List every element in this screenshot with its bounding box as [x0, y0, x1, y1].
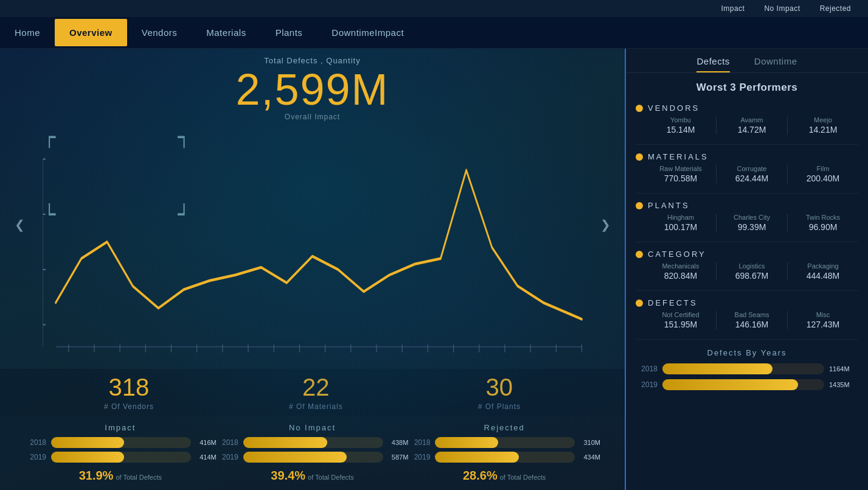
stat-vendors-number: 318: [104, 374, 154, 401]
stat-plants-number: 30: [478, 374, 521, 401]
tab-defects[interactable]: Defects: [696, 56, 729, 72]
no-impact-bar-2019: 2019 587M: [217, 452, 409, 463]
defect-bad-seams: Bad Seams 146.16M: [719, 311, 785, 329]
no-impact-filter-btn[interactable]: No Impact: [757, 2, 807, 15]
material-film: Film 200.40M: [790, 165, 856, 183]
defect-not-certified: Not Certified 151.95M: [648, 311, 713, 329]
nav-home[interactable]: Home: [0, 19, 55, 46]
left-panel: Total Defects , Quantity 2,599M Overall …: [0, 49, 625, 490]
rejected-bar-2018: 2018 310M: [408, 437, 600, 448]
plant-charles-city: Charles City 99.39M: [719, 214, 785, 232]
stat-materials-number: 22: [289, 374, 343, 401]
category-logistics: Logistics 698.67M: [719, 262, 785, 281]
perf-section-vendors: Vendors Yombu 15.14M Avamm 14.72M Meejo …: [626, 100, 868, 141]
tab-downtime[interactable]: Downtime: [754, 56, 797, 72]
category-packaging: Packaging 444.48M: [790, 262, 856, 281]
bars-section: Impact 2018 416M 2019 414M 31.9%: [0, 416, 625, 490]
perf-section-defects: Defects Not Certified 151.95M Bad Seams …: [626, 295, 868, 335]
category-section-title: Category: [648, 250, 706, 259]
defect-misc: Misc 127.43M: [790, 311, 856, 329]
plants-items-row: Hingham 100.17M Charles City 99.39M Twin…: [636, 214, 858, 232]
line-chart-svg: [36, 126, 588, 369]
top-filter-bar: Impact No Impact Rejected: [0, 0, 868, 17]
nav-materials[interactable]: Materials: [192, 19, 260, 46]
main-layout: Total Defects , Quantity 2,599M Overall …: [0, 49, 868, 490]
bar-group-rejected-title: Rejected: [484, 423, 525, 432]
chart-title: Total Defects , Quantity: [264, 56, 360, 65]
chart-next-arrow[interactable]: ❯: [595, 215, 615, 234]
stat-vendors: 318 # Of Vendors: [104, 374, 154, 411]
stats-row: 318 # Of Vendors 22 # Of Materials 30 # …: [0, 369, 625, 416]
right-panel: Defects Downtime Worst 3 Performers Vend…: [625, 49, 868, 490]
vendor-avamm: Avamm 14.72M: [719, 116, 785, 135]
impact-bar-2018: 2018 416M: [24, 437, 217, 448]
rejected-filter-btn[interactable]: Rejected: [813, 2, 858, 15]
material-raw: Raw Materials 770.58M: [648, 165, 713, 183]
plant-twin-rocks: Twin Rocks 96.90M: [790, 214, 856, 232]
bar-group-impact-title: Impact: [105, 423, 136, 432]
nav-plants[interactable]: Plants: [261, 19, 318, 46]
vendors-items-row: Yombu 15.14M Avamm 14.72M Meejo 14.21M: [636, 116, 858, 135]
stat-plants-label: # Of Plants: [478, 402, 521, 411]
materials-items-row: Raw Materials 770.58M Corrugate 624.44M …: [636, 165, 858, 183]
no-impact-bar-2018: 2018 438M: [217, 437, 409, 448]
chart-section: Total Defects , Quantity 2,599M Overall …: [0, 49, 625, 369]
impact-pct: 31.9% of Total Defects: [79, 469, 162, 483]
plants-dot: [636, 202, 643, 209]
bar-group-no-impact: No Impact 2018 438M 2019 587M 39.4%: [217, 423, 409, 483]
vendor-meejo: Meejo 14.21M: [790, 116, 856, 135]
stat-materials: 22 # Of Materials: [289, 374, 343, 411]
vendors-section-title: Vendors: [648, 103, 700, 113]
defects-by-years-title: Defects By Years: [636, 348, 858, 357]
category-items-row: Mechanicals 820.84M Logistics 698.67M Pa…: [636, 262, 858, 281]
impact-bar-2019: 2019 414M: [24, 452, 217, 463]
plant-hingham: Hingham 100.17M: [648, 214, 713, 232]
right-panel-tabs: Defects Downtime: [626, 49, 868, 73]
worst-performers-title: Worst 3 Performers: [626, 73, 868, 100]
plants-section-title: Plants: [648, 201, 690, 210]
materials-dot: [636, 153, 643, 161]
defects-section-title: Defects: [648, 298, 698, 307]
defects-dot: [636, 299, 643, 307]
dby-2019: 2019 1435M: [636, 379, 858, 390]
defects-items-row: Not Certified 151.95M Bad Seams 146.16M …: [636, 311, 858, 329]
rejected-pct: 28.6% of Total Defects: [463, 469, 546, 483]
stat-materials-label: # Of Materials: [289, 402, 343, 411]
nav-vendors[interactable]: Vendors: [127, 19, 192, 46]
perf-section-category: Category Mechanicals 820.84M Logistics 6…: [626, 246, 868, 287]
bar-group-impact: Impact 2018 416M 2019 414M 31.9%: [24, 423, 217, 483]
bar-group-no-impact-title: No Impact: [289, 423, 336, 432]
stat-plants: 30 # Of Plants: [478, 374, 521, 411]
perf-section-materials: Materials Raw Materials 770.58M Corrugat…: [626, 149, 868, 189]
perf-section-plants: Plants Hingham 100.17M Charles City 99.3…: [626, 197, 868, 238]
bar-group-rejected: Rejected 2018 310M 2019 434M 28.6%: [408, 423, 600, 483]
rejected-bar-2019: 2019 434M: [408, 452, 600, 463]
defects-by-years-section: Defects By Years 2018 1164M 2019 1435M: [626, 343, 868, 395]
nav-overview[interactable]: Overview: [55, 19, 127, 46]
material-corrugate: Corrugate 624.44M: [719, 165, 785, 183]
chart-subtitle: Overall Impact: [285, 113, 340, 121]
dby-2018: 2018 1164M: [636, 363, 858, 374]
chart-big-number: 2,599M: [235, 68, 389, 111]
category-dot: [636, 251, 643, 258]
no-impact-pct: 39.4% of Total Defects: [271, 469, 353, 483]
materials-section-title: Materials: [648, 152, 709, 161]
vendor-yombu: Yombu 15.14M: [648, 116, 713, 135]
nav-downtime-impact[interactable]: DowntimeImpact: [317, 19, 418, 46]
impact-filter-btn[interactable]: Impact: [713, 2, 752, 15]
nav-bar: Home Overview Vendors Materials Plants D…: [0, 17, 868, 49]
chart-prev-arrow[interactable]: ❮: [10, 215, 29, 234]
category-mechanicals: Mechanicals 820.84M: [648, 262, 713, 281]
chart-wrapper: [36, 126, 588, 369]
stat-vendors-label: # Of Vendors: [104, 402, 154, 411]
vendors-dot: [636, 105, 643, 112]
